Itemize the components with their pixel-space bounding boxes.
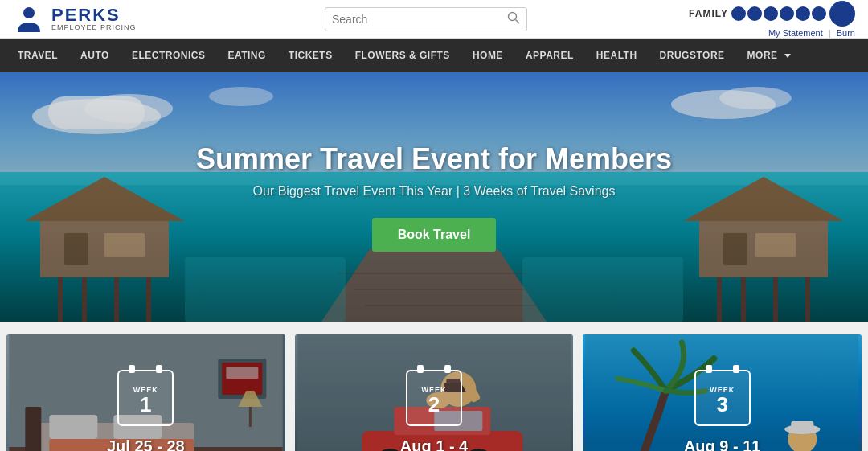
nav-item-electronics[interactable]: ELECTRONICS bbox=[121, 39, 217, 72]
card2-content: WEEK 2 Aug 1 - 4 bbox=[295, 334, 574, 451]
week3-date: Aug 9 - 11 bbox=[684, 437, 761, 451]
nav-item-drugstore[interactable]: DRUGSTORE bbox=[649, 39, 736, 72]
account-links: My Statement | Burn bbox=[768, 28, 855, 38]
dot-2 bbox=[747, 6, 762, 21]
week2-date: Aug 1 - 4 bbox=[400, 437, 468, 451]
nav-item-eating[interactable]: EATING bbox=[216, 39, 276, 72]
site-header: PERKS EMPLOYEE PRICING FAMILY bbox=[0, 0, 868, 39]
hero-banner: Summer Travel Event for Members Our Bigg… bbox=[0, 72, 868, 322]
logo-perks-label: PERKS bbox=[51, 6, 137, 24]
logo-area: PERKS EMPLOYEE PRICING bbox=[13, 3, 174, 35]
week2-number: 2 bbox=[428, 394, 440, 415]
week1-card[interactable]: WEEK 1 Jul 25 - 28 bbox=[6, 334, 285, 451]
nav-item-home[interactable]: HOME bbox=[461, 39, 514, 72]
svg-point-1 bbox=[509, 12, 517, 20]
week2-card[interactable]: WEEK 2 Aug 1 - 4 bbox=[295, 334, 574, 451]
nav-item-tickets[interactable]: TICKETS bbox=[277, 39, 344, 72]
search-input[interactable] bbox=[326, 13, 501, 26]
avatar bbox=[829, 1, 855, 27]
week1-badge: WEEK 1 bbox=[117, 370, 174, 426]
dot-4 bbox=[780, 6, 794, 21]
nav-item-auto[interactable]: AUTO bbox=[69, 39, 121, 72]
dot-5 bbox=[796, 6, 810, 21]
nav-item-more[interactable]: MORE bbox=[736, 39, 802, 72]
dot-3 bbox=[764, 6, 778, 21]
week3-badge: WEEK 3 bbox=[694, 370, 751, 426]
link-separator: | bbox=[829, 28, 831, 38]
account-area: FAMILY My Statement | Burn bbox=[678, 1, 855, 38]
search-area bbox=[174, 7, 678, 31]
dot-1 bbox=[731, 6, 746, 21]
nav-item-apparel[interactable]: APPAREL bbox=[514, 39, 585, 72]
logo-text: PERKS EMPLOYEE PRICING bbox=[51, 6, 137, 31]
search-button[interactable] bbox=[501, 11, 526, 27]
book-travel-button[interactable]: Book Travel bbox=[372, 218, 497, 252]
week1-date: Jul 25 - 28 bbox=[107, 437, 185, 451]
hero-title: Summer Travel Event for Members bbox=[196, 142, 672, 176]
cards-section: WEEK 1 Jul 25 - 28 bbox=[0, 322, 868, 451]
card1-content: WEEK 1 Jul 25 - 28 bbox=[6, 334, 285, 451]
hero-content: Summer Travel Event for Members Our Bigg… bbox=[0, 72, 868, 322]
nav-item-health[interactable]: HEALTH bbox=[585, 39, 649, 72]
my-statement-link[interactable]: My Statement bbox=[768, 28, 823, 38]
svg-point-0 bbox=[23, 7, 35, 18]
nav-item-travel[interactable]: TRAVEL bbox=[6, 39, 69, 72]
nav-item-flowers-gifts[interactable]: FLOWERS & GIFTS bbox=[344, 39, 461, 72]
search-icon bbox=[507, 11, 520, 24]
nav-more-label: MORE bbox=[747, 50, 778, 61]
account-dots bbox=[731, 6, 826, 21]
search-box bbox=[325, 7, 527, 31]
week3-number: 3 bbox=[716, 394, 727, 415]
week2-badge: WEEK 2 bbox=[406, 370, 462, 426]
logo-sub-label: EMPLOYEE PRICING bbox=[51, 24, 137, 31]
card3-content: WEEK 3 Aug 9 - 11 bbox=[583, 334, 862, 451]
burn-link[interactable]: Burn bbox=[837, 28, 855, 38]
svg-line-2 bbox=[516, 19, 520, 23]
account-label: FAMILY bbox=[689, 8, 728, 19]
chevron-down-icon bbox=[784, 54, 791, 58]
week1-number: 1 bbox=[140, 394, 151, 415]
dot-6 bbox=[812, 6, 826, 21]
account-top: FAMILY bbox=[689, 1, 855, 27]
main-nav: TRAVEL AUTO ELECTRONICS EATING TICKETS F… bbox=[0, 39, 868, 72]
logo-icon bbox=[13, 3, 45, 35]
week3-card[interactable]: WEEK 3 Aug 9 - 11 bbox=[583, 334, 862, 451]
hero-subtitle: Our Biggest Travel Event This Year | 3 W… bbox=[253, 184, 616, 199]
